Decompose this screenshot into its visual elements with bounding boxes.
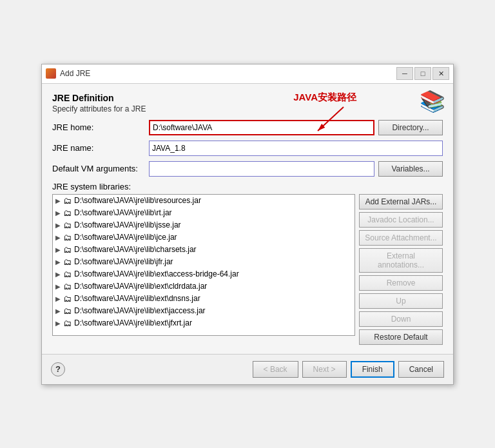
jre-name-label: JRE name: — [52, 143, 149, 153]
expand-arrow-icon: ▶ — [55, 197, 61, 204]
cancel-button[interactable]: Cancel — [398, 361, 444, 378]
jar-icon: 🗂 — [63, 318, 72, 328]
annotation-arrow — [305, 104, 356, 136]
lib-path: D:\software\JAVA\jre\lib\ext\jaccess.jar — [74, 306, 206, 315]
expand-arrow-icon: ▶ — [55, 258, 61, 266]
variables-button[interactable]: Variables... — [378, 161, 443, 177]
dialog-content: JRE Definition Specify attributes for a … — [42, 84, 453, 354]
help-button[interactable]: ? — [51, 362, 65, 376]
jar-icon: 🗂 — [63, 245, 72, 255]
footer-left: ? — [51, 362, 65, 376]
expand-arrow-icon: ▶ — [55, 209, 61, 217]
expand-arrow-icon: ▶ — [55, 307, 61, 315]
window-icon — [46, 68, 56, 79]
lib-path: D:\software\JAVA\jre\lib\ext\access-brid… — [74, 269, 239, 278]
list-item[interactable]: ▶🗂D:\software\JAVA\jre\lib\ext\cldrdata.… — [53, 280, 354, 293]
lib-path: D:\software\JAVA\jre\lib\rt.jar — [74, 208, 172, 217]
vm-args-label: Default VM arguments: — [52, 164, 149, 173]
header-section: JRE Definition Specify attributes for a … — [52, 93, 443, 113]
lib-path: D:\software\JAVA\jre\lib\jfr.jar — [74, 257, 173, 266]
libraries-list[interactable]: ▶🗂D:\software\JAVA\jre\lib\resources.jar… — [53, 195, 354, 335]
jar-icon: 🗂 — [63, 294, 72, 304]
libraries-list-container: ▶🗂D:\software\JAVA\jre\lib\resources.jar… — [52, 194, 355, 336]
directory-button[interactable]: Directory... — [378, 120, 443, 135]
external-annotations-button[interactable]: External annotations... — [359, 248, 443, 273]
jre-home-row: JRE home: Directory... — [52, 120, 443, 135]
expand-arrow-icon: ▶ — [55, 283, 61, 290]
finish-button[interactable]: Finish — [351, 361, 394, 378]
list-item[interactable]: ▶🗂D:\software\JAVA\jre\lib\ext\jaccess.j… — [53, 305, 354, 317]
header-subtitle: Specify attributes for a JRE — [52, 104, 146, 113]
books-icon: 📚 — [420, 89, 445, 113]
footer-right: < Back Next > Finish Cancel — [253, 361, 444, 378]
lib-path: D:\software\JAVA\jre\lib\ext\cldrdata.ja… — [74, 282, 207, 291]
add-external-jars-button[interactable]: Add External JARs... — [359, 194, 443, 209]
minimize-button[interactable]: ─ — [396, 67, 413, 80]
vm-args-row: Default VM arguments: Variables... — [52, 161, 443, 177]
expand-arrow-icon: ▶ — [55, 234, 61, 241]
list-item[interactable]: ▶🗂D:\software\JAVA\jre\lib\jsse.jar — [53, 219, 354, 231]
jre-name-input[interactable] — [149, 141, 443, 156]
jar-icon: 🗂 — [63, 208, 72, 218]
expand-arrow-icon: ▶ — [55, 246, 61, 253]
source-attachment-button[interactable]: Source Attachment... — [359, 230, 443, 246]
jar-icon: 🗂 — [63, 257, 72, 267]
header-text: JRE Definition Specify attributes for a … — [52, 93, 146, 113]
lib-path: D:\software\JAVA\jre\lib\ext\jfxrt.jar — [74, 318, 192, 327]
jar-icon: 🗂 — [63, 282, 72, 291]
down-button[interactable]: Down — [359, 311, 443, 327]
annotation: JAVA安装路径 — [293, 92, 356, 138]
lib-path: D:\software\JAVA\jre\lib\resources.jar — [74, 196, 201, 205]
jre-name-row: JRE name: — [52, 141, 443, 156]
header-title: JRE Definition — [52, 93, 146, 103]
jar-icon: 🗂 — [63, 306, 72, 316]
back-button[interactable]: < Back — [253, 361, 298, 378]
jar-icon: 🗂 — [63, 233, 72, 242]
list-item[interactable]: ▶🗂D:\software\JAVA\jre\lib\charsets.jar — [53, 244, 354, 256]
list-item[interactable]: ▶🗂D:\software\JAVA\jre\lib\resources.jar — [53, 195, 354, 207]
expand-arrow-icon: ▶ — [55, 320, 61, 327]
lib-path: D:\software\JAVA\jre\lib\charsets.jar — [74, 245, 197, 254]
lib-path: D:\software\JAVA\jre\lib\jsse.jar — [74, 220, 181, 229]
annotation-text: JAVA安装路径 — [293, 92, 356, 104]
restore-default-button[interactable]: Restore Default — [359, 329, 443, 345]
lib-path: D:\software\JAVA\jre\lib\jce.jar — [74, 233, 177, 242]
list-item[interactable]: ▶🗂D:\software\JAVA\jre\lib\ext\dnsns.jar — [53, 293, 354, 305]
lib-path: D:\software\JAVA\jre\lib\ext\dnsns.jar — [74, 294, 200, 303]
list-item[interactable]: ▶🗂D:\software\JAVA\jre\lib\ext\jfxrt.jar — [53, 317, 354, 329]
maximize-button[interactable]: □ — [414, 67, 431, 80]
svg-line-1 — [318, 107, 344, 131]
remove-button[interactable]: Remove — [359, 275, 443, 291]
expand-arrow-icon: ▶ — [55, 271, 61, 278]
vm-args-input[interactable] — [149, 161, 374, 177]
expand-arrow-icon: ▶ — [55, 222, 61, 229]
jar-icon: 🗂 — [63, 220, 72, 230]
list-item[interactable]: ▶🗂D:\software\JAVA\jre\lib\jfr.jar — [53, 256, 354, 268]
expand-arrow-icon: ▶ — [55, 295, 61, 302]
jar-icon: 🗂 — [63, 269, 72, 279]
titlebar: Add JRE ─ □ ✕ — [42, 64, 453, 84]
close-button[interactable]: ✕ — [432, 67, 449, 80]
list-item[interactable]: ▶🗂D:\software\JAVA\jre\lib\ext\access-br… — [53, 268, 354, 280]
libraries-buttons: Add External JARs... Javadoc Location...… — [359, 194, 443, 345]
libraries-section: ▶🗂D:\software\JAVA\jre\lib\resources.jar… — [52, 194, 443, 345]
titlebar-controls: ─ □ ✕ — [396, 67, 449, 80]
footer: ? < Back Next > Finish Cancel — [42, 354, 453, 384]
up-button[interactable]: Up — [359, 293, 443, 309]
window-title: Add JRE — [60, 69, 396, 78]
jre-home-label: JRE home: — [52, 122, 149, 132]
jar-icon: 🗂 — [63, 196, 72, 206]
add-jre-dialog: Add JRE ─ □ ✕ JRE Definition Specify att… — [41, 64, 454, 385]
list-item[interactable]: ▶🗂D:\software\JAVA\jre\lib\jce.jar — [53, 231, 354, 244]
libraries-label: JRE system libraries: — [52, 182, 443, 191]
list-item[interactable]: ▶🗂D:\software\JAVA\jre\lib\rt.jar — [53, 207, 354, 219]
javadoc-location-button[interactable]: Javadoc Location... — [359, 212, 443, 228]
next-button[interactable]: Next > — [302, 361, 347, 378]
